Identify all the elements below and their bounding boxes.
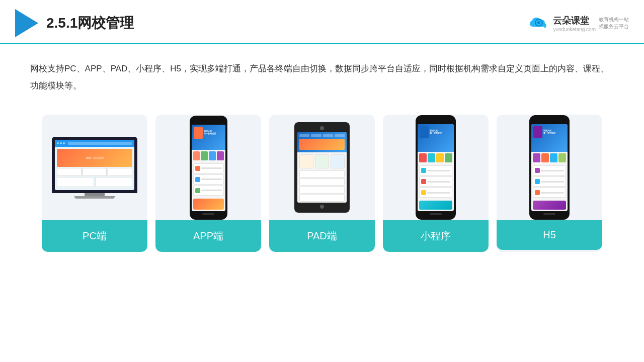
card-miniprogram-label: 小程序	[383, 220, 489, 252]
pc-mockup: 网校一站式管理	[52, 137, 137, 199]
app-phone-mockup: 职进人的第一堂判提理	[190, 116, 227, 220]
card-app-image: 职进人的第一堂判提理	[155, 115, 261, 220]
logo-triangle-icon	[15, 9, 38, 37]
card-pad: PAD端	[269, 115, 375, 252]
card-pad-label: PAD端	[269, 220, 375, 252]
card-miniprogram-image: 职进人的第一堂判提理	[383, 115, 489, 220]
h5-phone-mockup: 职进人的第一堂判提理	[529, 115, 570, 220]
card-h5-label: H5	[497, 220, 602, 250]
brand-name-group: 云朵课堂 yunduoketang.com	[553, 15, 596, 32]
card-pc-image: 网校一站式管理	[42, 115, 147, 220]
card-h5-image: 职进人的第一堂判提理	[497, 115, 602, 220]
header: 2.5.1网校管理 云朵课堂 yunduoketang.com 教育机构一站式服…	[0, 0, 644, 44]
cloud-icon	[528, 16, 550, 31]
brand-tagline: 教育机构一站式服务云平台	[599, 16, 629, 30]
header-right: 云朵课堂 yunduoketang.com 教育机构一站式服务云平台	[528, 15, 629, 32]
card-h5: 职进人的第一堂判提理	[497, 115, 602, 252]
card-miniprogram: 职进人的第一堂判提理	[383, 115, 489, 252]
card-pc: 网校一站式管理	[42, 115, 147, 252]
header-left: 2.5.1网校管理	[15, 9, 134, 37]
card-pc-label: PC端	[42, 220, 147, 252]
description-text: 网校支持PC、APP、PAD、小程序、H5，实现多端打通，产品各终端自由切换，数…	[30, 60, 614, 95]
brand-logo: 云朵课堂 yunduoketang.com 教育机构一站式服务云平台	[528, 15, 629, 32]
card-pad-image	[269, 115, 375, 220]
brand-name: 云朵课堂	[553, 15, 596, 27]
brand-url: yunduoketang.com	[553, 27, 596, 32]
cards-container: 网校一站式管理	[0, 103, 644, 264]
card-app-label: APP端	[155, 220, 261, 252]
card-app: 职进人的第一堂判提理	[155, 115, 261, 252]
description: 网校支持PC、APP、PAD、小程序、H5，实现多端打通，产品各终端自由切换，数…	[0, 44, 644, 103]
pad-tablet-mockup	[294, 122, 350, 213]
svg-point-1	[537, 21, 540, 24]
miniprogram-phone-mockup: 职进人的第一堂判提理	[416, 115, 456, 220]
page-title: 2.5.1网校管理	[46, 14, 134, 33]
